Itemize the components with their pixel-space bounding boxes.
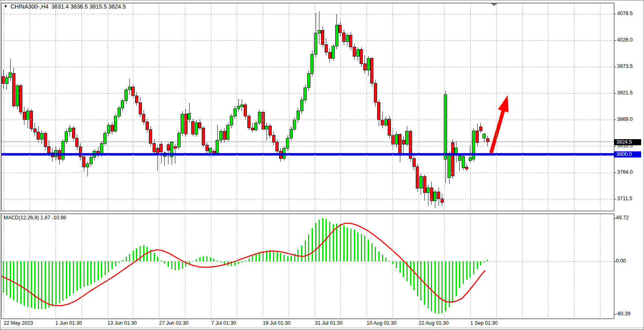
support-line-price-badge: 3800.0 <box>614 151 641 157</box>
time-axis-label: 1 Sep 01:30 <box>470 320 498 326</box>
chart-canvas[interactable] <box>0 0 644 330</box>
macd-panel[interactable] <box>0 218 488 314</box>
chart-title: ▼ CHINA300-,H4 3831.4 3836.5 3815.5 3824… <box>4 3 126 10</box>
price-axis-label: 3869.0 <box>617 116 633 122</box>
macd-indicator-label: MACD(12,26,9) 1.87 -10.98 <box>4 215 66 221</box>
main-chart-area[interactable] <box>0 11 614 208</box>
time-axis-label: 1 Jun 01:30 <box>55 320 82 326</box>
time-axis-label: 22 Aug 01:30 <box>419 320 449 326</box>
time-axis-label: 7 Jul 01:30 <box>211 320 236 326</box>
time-axis-label: 10 Aug 01:30 <box>367 320 397 326</box>
panel-borders <box>1 3 614 319</box>
price-axis-label: 3973.5 <box>617 63 633 70</box>
macd-histogram <box>0 218 488 314</box>
time-axis-label: 13 Jun 01:30 <box>107 320 137 326</box>
candlestick-layer <box>0 11 489 208</box>
price-axis-label: 3921.5 <box>617 90 633 96</box>
time-axis-label: 19 Jul 01:30 <box>263 320 290 326</box>
indicator-axis-label: 0.00 <box>616 258 626 264</box>
last-price-badge: 3824.5 <box>614 139 641 145</box>
chart-window: ▼ CHINA300-,H4 3831.4 3836.5 3815.5 3824… <box>0 0 644 330</box>
symbol-period-label: CHINA300-,H4 <box>11 3 48 10</box>
support-line[interactable] <box>1 153 614 155</box>
ohlc-values: 3831.4 3836.5 3815.5 3824.5 <box>51 3 126 10</box>
symbol-triangle-down-icon: ▼ <box>4 4 8 9</box>
price-axis-label: 3711.5 <box>617 196 632 202</box>
axis-ticks <box>614 14 616 314</box>
price-axis-label: 4026.0 <box>617 37 633 43</box>
price-axis-label: 3764.0 <box>617 169 633 175</box>
window-bottom-edge <box>0 327 644 330</box>
trend-arrow[interactable] <box>489 95 509 153</box>
indicator-axis-label: 49.72 <box>616 215 629 221</box>
time-axis-label: 27 Jun 01:30 <box>159 320 188 326</box>
indicator-axis-label: -60.39 <box>616 311 630 317</box>
time-axis-label: 31 Jul 01:30 <box>315 320 343 326</box>
time-axis-label: 22 May 2023 <box>4 320 33 326</box>
grid-layer <box>1 3 614 319</box>
price-axis-label: 4078.5 <box>617 11 633 17</box>
